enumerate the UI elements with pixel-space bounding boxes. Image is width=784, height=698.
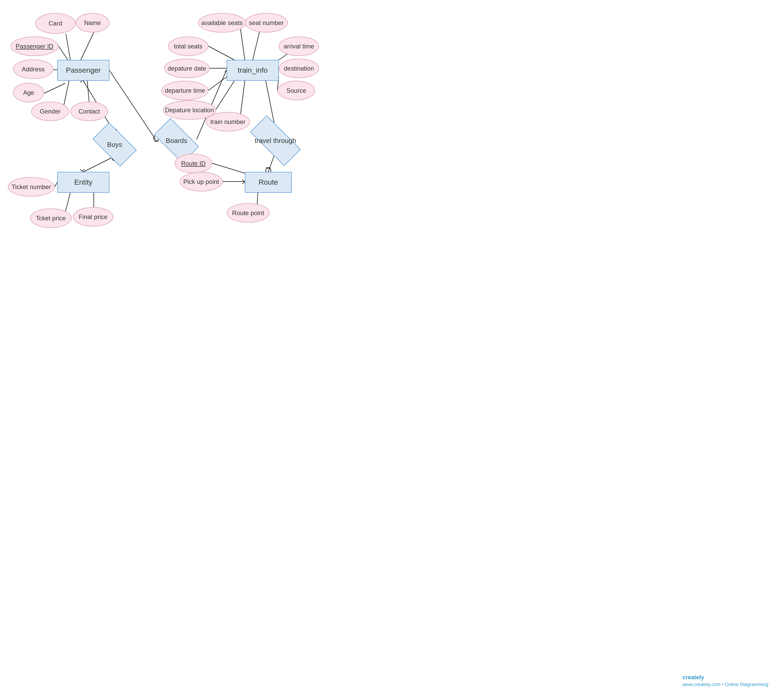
attr-departure-time: departure time xyxy=(161,81,208,100)
attr-ticket-price: Tcket price xyxy=(30,208,72,228)
attr-address: Address xyxy=(13,59,53,79)
entity-route-label: Route xyxy=(259,178,278,186)
relationship-buys[interactable]: Buys xyxy=(95,133,134,156)
attr-arrival-time: arrival time xyxy=(279,36,319,56)
attr-pick-up-point: Pick up point xyxy=(180,172,223,191)
entity-train-info-label: train_info xyxy=(237,66,267,74)
entity-ticket[interactable]: Entity xyxy=(57,172,109,193)
attr-name: Name xyxy=(76,13,109,33)
svg-line-16 xyxy=(208,46,234,60)
svg-line-44 xyxy=(242,182,245,184)
attr-available-seats: available seats xyxy=(198,13,246,33)
svg-line-2 xyxy=(59,46,68,60)
entity-passenger-label: Passenger xyxy=(66,66,101,74)
svg-line-20 xyxy=(208,77,227,91)
svg-line-9 xyxy=(55,182,57,187)
relationship-travel-through-label: travel through xyxy=(255,137,296,145)
attr-gender: Gender xyxy=(31,102,69,121)
attr-source: Source xyxy=(277,81,315,100)
attr-seat-number: seat number xyxy=(245,13,288,33)
diagram-container: Passenger Entity train_info Route Buys B… xyxy=(0,0,784,698)
attr-train-number: train number xyxy=(206,112,250,132)
entity-route[interactable]: Route xyxy=(245,172,292,193)
svg-line-22 xyxy=(216,81,234,110)
attr-ticket-number: Ticket number xyxy=(8,177,55,197)
svg-line-35 xyxy=(80,169,82,171)
attr-card: Card xyxy=(35,13,76,34)
entity-train-info[interactable]: train_info xyxy=(227,60,279,81)
svg-line-8 xyxy=(83,156,115,172)
attr-destination: destination xyxy=(279,59,319,78)
er-diagram-svg xyxy=(0,0,784,698)
svg-line-12 xyxy=(109,70,155,139)
relationship-boards[interactable]: Boards xyxy=(156,129,197,152)
relationship-boards-label: Boards xyxy=(166,137,187,145)
attr-age: Age xyxy=(13,83,44,102)
entity-ticket-label: Entity xyxy=(74,178,92,186)
watermark-tagline: www.creately.com • Online Diagramming xyxy=(682,682,768,687)
attr-final-price: Final price xyxy=(73,207,113,227)
attr-route-id: Route ID xyxy=(175,154,212,173)
relationship-buys-label: Buys xyxy=(107,141,122,149)
entity-passenger[interactable]: Passenger xyxy=(57,60,109,81)
attr-passenger-id: Passenger ID xyxy=(10,36,59,56)
svg-line-36 xyxy=(82,169,84,171)
watermark-brand: creately xyxy=(682,674,704,680)
watermark: creately www.creately.com • Online Diagr… xyxy=(682,674,768,688)
svg-line-26 xyxy=(212,163,245,173)
relationship-travel-through[interactable]: travel through xyxy=(251,129,300,152)
attr-depature-date: depature date xyxy=(164,59,210,78)
attr-contact: Contact xyxy=(70,102,108,121)
attr-total-seats: total seats xyxy=(168,36,208,56)
svg-line-4 xyxy=(44,83,65,93)
attr-route-point: Route point xyxy=(227,203,270,223)
svg-line-1 xyxy=(81,33,94,60)
svg-line-0 xyxy=(66,34,70,60)
